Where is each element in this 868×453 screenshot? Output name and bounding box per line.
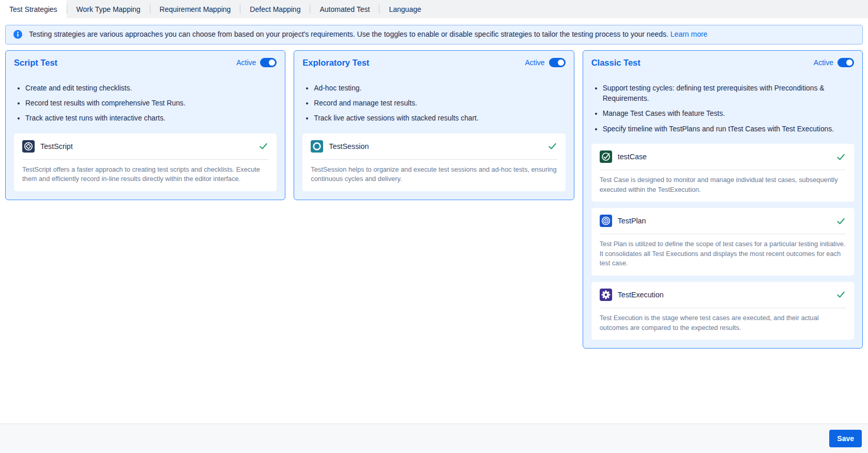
feature-header: testCase xyxy=(600,150,846,163)
feature-header: TestSession xyxy=(311,140,557,153)
tabbar-filler xyxy=(431,0,868,18)
strategy-card-script-test: Script Test Active Create and edit testi… xyxy=(5,50,285,200)
settings-tab-bar: Test Strategies Work Type Mapping Requir… xyxy=(0,0,868,18)
enabled-check-icon xyxy=(836,152,846,162)
banner-text: Testing strategies are various approache… xyxy=(29,29,707,40)
gear-icon xyxy=(600,289,612,301)
strategy-title: Classic Test xyxy=(591,58,641,68)
feature-header: TestExecution xyxy=(600,289,846,301)
feature-card-testplan: TestPlan Test Plan is utilized to define… xyxy=(591,208,854,276)
circle-diamond-icon xyxy=(22,140,35,153)
footer-bar: Save xyxy=(0,424,868,453)
feature-card-testexecution: TestExecution Test Execution is the stag… xyxy=(591,282,854,340)
strategy-bullet: Record test results with comprehensive T… xyxy=(25,98,277,109)
active-toggle-group: Active xyxy=(525,58,566,67)
feature-description: TestSession helps to organize and execut… xyxy=(311,165,557,184)
active-label: Active xyxy=(236,58,256,67)
strategy-cards: Script Test Active Create and edit testi… xyxy=(5,50,863,349)
circle-check-icon xyxy=(600,150,612,163)
card-header: Script Test Active xyxy=(14,58,277,68)
feature-description: Test Case is designed to monitor and man… xyxy=(600,175,846,194)
feature-name: TestPlan xyxy=(618,217,830,225)
banner-message: Testing strategies are various approache… xyxy=(29,30,668,38)
feature-divider xyxy=(311,159,557,160)
feature-description: TestScript offers a faster approach to c… xyxy=(22,165,268,184)
strategy-bullet: Create and edit testing checklists. xyxy=(25,83,277,94)
tab-automated-test[interactable]: Automated Test xyxy=(310,0,379,18)
feature-name: testCase xyxy=(618,153,830,161)
active-label: Active xyxy=(525,58,545,67)
toggle-knob xyxy=(558,59,564,66)
feature-divider xyxy=(600,308,846,308)
feature-header: TestPlan xyxy=(600,215,846,227)
toggle-knob xyxy=(846,59,852,66)
toggle-knob xyxy=(269,59,275,66)
info-banner: Testing strategies are various approache… xyxy=(5,25,863,44)
enabled-check-icon xyxy=(547,141,557,151)
strategy-bullet: Specify timeline with TestPlans and run … xyxy=(603,124,854,134)
feature-card-testcase: testCase Test Case is designed to monito… xyxy=(591,144,854,202)
tab-test-strategies[interactable]: Test Strategies xyxy=(0,0,67,18)
strategy-bullet: Track live active sessions with stacked … xyxy=(314,113,565,124)
strategy-title: Script Test xyxy=(14,58,57,68)
feature-card-testscript: TestScript TestScript offers a faster ap… xyxy=(14,133,277,191)
feature-header: TestScript xyxy=(22,140,268,153)
feature-description: Test Plan is utilized to define the scop… xyxy=(600,239,846,268)
strategy-bullet-list: Support testing cycles: defining test pr… xyxy=(591,83,854,135)
enabled-check-icon xyxy=(836,290,846,299)
tab-defect-mapping[interactable]: Defect Mapping xyxy=(240,0,310,18)
feature-description: Test Execution is the stage where test c… xyxy=(600,313,846,333)
strategy-bullet: Track active test runs with interactive … xyxy=(25,113,277,124)
enabled-check-icon xyxy=(258,141,268,151)
exploratory-test-toggle[interactable] xyxy=(549,58,566,67)
feature-name: TestScript xyxy=(40,142,253,150)
feature-card-testsession: TestSession TestSession helps to organiz… xyxy=(302,133,565,191)
feature-divider xyxy=(22,159,268,160)
feature-name: TestSession xyxy=(329,142,541,150)
learn-more-link[interactable]: Learn more xyxy=(671,30,708,38)
bullseye-icon xyxy=(600,215,612,227)
circle-ring-icon xyxy=(311,140,323,153)
info-icon xyxy=(13,30,22,39)
strategy-bullet: Support testing cycles: defining test pr… xyxy=(603,83,854,104)
script-test-toggle[interactable] xyxy=(260,58,277,67)
card-header: Exploratory Test Active xyxy=(302,58,565,68)
strategy-bullet: Manage Test Cases with feature Tests. xyxy=(603,109,854,119)
strategy-card-classic-test: Classic Test Active Support testing cycl… xyxy=(583,50,863,349)
active-label: Active xyxy=(814,58,833,67)
strategy-bullet-list: Ad-hoc testing. Record and manage test r… xyxy=(302,83,565,124)
tab-requirement-mapping[interactable]: Requirement Mapping xyxy=(150,0,240,18)
save-button[interactable]: Save xyxy=(829,430,862,447)
strategy-title: Exploratory Test xyxy=(302,58,369,68)
feature-divider xyxy=(600,170,846,170)
enabled-check-icon xyxy=(836,216,846,226)
card-header: Classic Test Active xyxy=(591,58,854,68)
classic-test-toggle[interactable] xyxy=(837,58,854,67)
active-toggle-group: Active xyxy=(236,58,277,67)
feature-divider xyxy=(600,234,846,234)
strategy-bullet-list: Create and edit testing checklists. Reco… xyxy=(14,83,277,124)
tab-work-type-mapping[interactable]: Work Type Mapping xyxy=(67,0,150,18)
tab-language[interactable]: Language xyxy=(379,0,430,18)
feature-name: TestExecution xyxy=(618,291,830,299)
active-toggle-group: Active xyxy=(814,58,854,67)
strategy-bullet: Record and manage test results. xyxy=(314,98,565,109)
strategy-bullet: Ad-hoc testing. xyxy=(314,83,565,94)
strategy-card-exploratory-test: Exploratory Test Active Ad-hoc testing. … xyxy=(294,50,574,200)
